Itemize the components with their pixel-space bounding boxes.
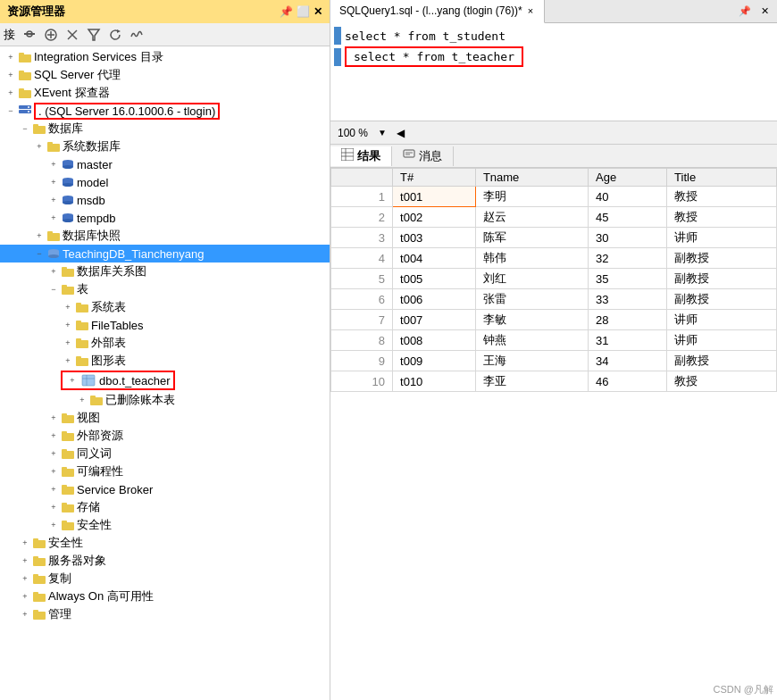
table-row: 2t002赵云45教授 [331,207,777,228]
tree-item-databases[interactable]: − 数据库 [0,120,330,138]
tree-item-storage[interactable]: + 存储 [0,498,330,516]
tab-close-button[interactable]: × [526,4,535,17]
tree-item-external-tables[interactable]: + 外部表 [0,334,330,352]
svg-rect-74 [33,556,38,560]
svg-marker-8 [117,29,121,33]
expand-icon: + [46,411,61,425]
cell-tid: t002 [393,207,476,228]
tab-icons: 📌 ✕ [736,3,777,21]
expand-icon: + [46,446,61,461]
query-line-1: select * from t_student [334,27,773,45]
tree-item-msdb[interactable]: + msdb [0,191,330,209]
table-row: 9t009王海34副教授 [331,351,777,371]
folder-icon [61,518,75,532]
panel-title: 资源管理器 [7,4,65,20]
tree-item-tables[interactable]: − 表 [0,280,330,298]
close-tab-button[interactable]: ✕ [756,3,773,21]
col-header-age: Age [589,169,667,187]
tree-item-label: 同义词 [77,446,330,462]
tree-item-server[interactable]: − . (SQL Server 16.0.1000.6 - tlogin) [0,102,330,120]
tree-item-db-diagram[interactable]: + 数据库关系图 [0,262,330,280]
cell-title: 副教授 [667,269,777,289]
expand-icon: + [46,464,61,479]
tree-item-security-root[interactable]: + 安全性 [0,534,330,552]
expand-icon: + [61,300,75,314]
cell-age: 34 [589,351,667,371]
tree-item-xevent[interactable]: + XEvent 探查器 [0,84,330,102]
results-tab-messages[interactable]: 消息 [392,146,454,166]
add-connection-button[interactable] [42,26,60,44]
tree-item-programmability[interactable]: + 可编程性 [0,462,330,480]
expand-icon: + [75,393,89,407]
tree-item-label: 已删除账本表 [105,392,330,408]
tree-item-label: 数据库 [48,121,330,137]
svg-rect-0 [24,33,35,35]
cell-age: 28 [589,310,667,330]
folder-icon [18,86,32,100]
results-tab-grid[interactable]: 结果 [330,146,392,166]
expand-icon: + [46,157,61,171]
tree-item-teaching-db[interactable]: − TeachingDB_Tianchenyang [0,245,330,262]
folder-icon [32,571,46,586]
tree-item-integration[interactable]: + Integration Services 目录 [0,48,330,66]
scroll-left-icon[interactable]: ◀ [397,127,405,139]
grid-icon [341,148,354,163]
filter-button[interactable] [85,26,103,44]
db-teaching-icon [46,246,61,261]
folder-icon [32,554,46,568]
svg-rect-70 [62,521,67,524]
tree-item-label: 服务器对象 [48,553,330,569]
tree-item-filetables[interactable]: + FileTables [0,316,330,334]
svg-rect-60 [62,431,67,435]
tree-item-server-objects[interactable]: + 服务器对象 [0,552,330,570]
tree-item-graph-tables[interactable]: + 图形表 [0,352,330,370]
tree-item-synonyms[interactable]: + 同义词 [0,445,330,462]
cell-tname: 赵云 [475,207,588,228]
tree-item-db-snapshots[interactable]: + 数据库快照 [0,227,330,245]
tree-item-model[interactable]: + model [0,173,330,191]
expand-icon: − [32,246,46,261]
disconnect-button[interactable] [63,26,81,44]
pin-icon[interactable]: 📌 [280,5,293,18]
cell-title: 副教授 [667,289,777,310]
svg-rect-52 [82,375,95,386]
cell-title: 教授 [667,371,777,392]
cell-tid: t010 [393,371,476,392]
query-editor[interactable]: select * from t_student select * from t_… [330,23,777,121]
close-panel-icon[interactable]: ✕ [313,5,322,18]
folder-icon [75,318,89,332]
svg-point-31 [63,201,73,204]
refresh-button[interactable] [106,26,124,44]
col-header-tname: Tname [475,169,588,187]
cell-rownum: 2 [331,207,393,228]
tree-item-views[interactable]: + 视图 [0,409,330,427]
svg-point-25 [63,165,73,169]
tree-item-dbo-teacher[interactable]: + dbo.t_teacher [0,371,330,390]
pin-tab-button[interactable]: 📌 [736,3,754,21]
tree-item-sqlserver-agent[interactable]: + SQL Server 代理 [0,66,330,84]
tree-item-system-tables[interactable]: + 系统表 [0,298,330,316]
float-icon[interactable]: ⬜ [297,5,310,18]
svg-rect-12 [19,71,24,74]
expand-icon: + [18,607,32,621]
expand-icon: + [46,500,61,514]
tree-item-external-resources[interactable]: + 外部资源 [0,427,330,445]
zoom-dropdown-button[interactable]: ▼ [373,124,391,142]
tree-item-deleted-accounts[interactable]: + 已删除账本表 [0,391,330,409]
tree-item-replication[interactable]: + 复制 [0,570,330,588]
table-icon [81,373,96,388]
query-tab[interactable]: SQLQuery1.sql - (l...yang (tlogin (76))*… [330,0,545,23]
tree-item-tempdb[interactable]: + tempdb [0,209,330,227]
folder-icon [61,429,75,443]
tree-item-management[interactable]: + 管理 [0,605,330,623]
tree-item-service-broker[interactable]: + Service Broker [0,480,330,498]
cell-tname: 王海 [475,351,588,371]
wave-button[interactable] [128,26,146,44]
svg-rect-72 [33,538,38,542]
connect-button[interactable] [21,26,38,44]
folder-icon [18,68,32,82]
tree-item-db-security[interactable]: + 安全性 [0,516,330,534]
tree-item-always-on[interactable]: + Always On 高可用性 [0,588,330,605]
tree-item-system-dbs[interactable]: + 系统数据库 [0,138,330,155]
tree-item-master[interactable]: + master [0,155,330,173]
